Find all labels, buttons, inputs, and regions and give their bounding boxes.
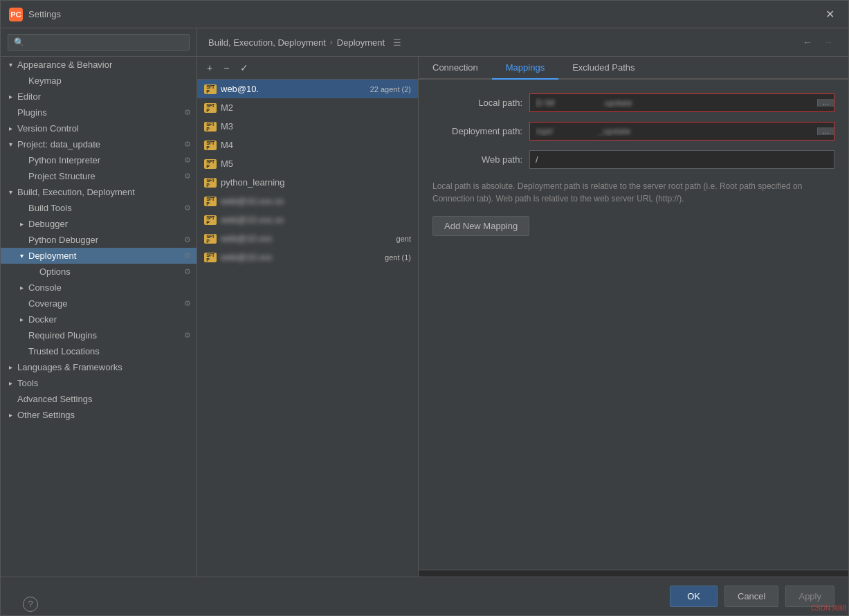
sidebar-item-options[interactable]: Options ⚙ bbox=[1, 264, 197, 280]
add-new-mapping-button[interactable]: Add New Mapping bbox=[432, 216, 529, 236]
sftp-icon: SFTP bbox=[204, 122, 217, 132]
server-item-m5[interactable]: SFTP M5 bbox=[197, 154, 418, 173]
breadcrumb-current: Deployment bbox=[337, 37, 385, 48]
sidebar-item-languages[interactable]: ▸ Languages & Frameworks bbox=[1, 359, 197, 375]
deployment-path-browse-button[interactable]: … bbox=[817, 127, 834, 135]
sftp-icon: SFTP bbox=[204, 84, 217, 94]
tab-connection[interactable]: Connection bbox=[419, 57, 492, 80]
deployment-path-row: Deployment path: … bbox=[432, 122, 834, 141]
deployment-path-label: Deployment path: bbox=[432, 126, 522, 136]
sidebar: ▾ Appearance & Behavior Keymap ▸ Editor bbox=[1, 28, 197, 577]
chevron-right-icon: ▸ bbox=[20, 220, 28, 228]
web-path-input-wrap bbox=[529, 150, 834, 169]
server-item-web10[interactable]: SFTP web@10. 22 agent (2) bbox=[197, 80, 418, 98]
server-item-m3[interactable]: SFTP M3 bbox=[197, 117, 418, 136]
sidebar-item-tools[interactable]: ▸ Tools bbox=[1, 375, 197, 391]
chevron-right-icon: ▸ bbox=[9, 411, 17, 419]
server-item-web1a[interactable]: SFTP web@10.xxx.xx bbox=[197, 192, 418, 210]
server-item-m4[interactable]: SFTP M4 bbox=[197, 136, 418, 154]
breadcrumb: Build, Execution, Deployment › Deploymen… bbox=[197, 28, 848, 57]
sidebar-item-trusted-locations[interactable]: Trusted Locations bbox=[1, 343, 197, 359]
apply-server-button[interactable]: ✓ bbox=[236, 61, 253, 75]
tab-excluded-paths[interactable]: Excluded Paths bbox=[558, 57, 648, 80]
tabs-bar: Connection Mappings Excluded Paths bbox=[419, 57, 848, 80]
split-panel: + − ✓ SFTP web@10. 22 agent (2) bbox=[197, 57, 848, 577]
sidebar-item-other-settings[interactable]: ▸ Other Settings bbox=[1, 407, 197, 423]
local-path-row: Local path: … bbox=[432, 93, 834, 112]
app-icon: PC bbox=[9, 8, 23, 21]
chevron-right-icon: ▸ bbox=[20, 284, 28, 291]
nav-forward-button[interactable]: → bbox=[819, 35, 837, 49]
server-item-web1d[interactable]: SFTP web@10.xxx gent (1) bbox=[197, 248, 418, 266]
menu-icon[interactable]: ☰ bbox=[393, 37, 401, 48]
help-button[interactable]: ? bbox=[23, 597, 38, 612]
gear-icon: ⚙ bbox=[184, 251, 191, 260]
remove-server-button[interactable]: − bbox=[219, 61, 233, 75]
chevron-right-icon: ▸ bbox=[9, 93, 17, 100]
sidebar-item-console[interactable]: ▸ Console bbox=[1, 280, 197, 296]
sidebar-item-deployment[interactable]: ▾ Deployment ⚙ bbox=[1, 248, 197, 264]
sidebar-item-keymap[interactable]: Keymap bbox=[1, 73, 197, 89]
nav-arrows: ← → bbox=[798, 35, 837, 49]
cancel-button[interactable]: Cancel bbox=[724, 586, 778, 607]
sidebar-item-advanced-settings[interactable]: Advanced Settings bbox=[1, 391, 197, 407]
sidebar-item-plugins[interactable]: Plugins ⚙ bbox=[1, 105, 197, 120]
server-name: M4 bbox=[221, 140, 411, 150]
sftp-icon: SFTP bbox=[204, 253, 217, 262]
server-item-web1c[interactable]: SFTP web@10.xxx gent bbox=[197, 229, 418, 248]
ok-button[interactable]: OK bbox=[670, 586, 718, 607]
sidebar-item-build-exec-deploy[interactable]: ▾ Build, Execution, Deployment bbox=[1, 184, 197, 200]
sidebar-item-build-tools[interactable]: Build Tools ⚙ bbox=[1, 200, 197, 216]
server-name: M2 bbox=[221, 102, 411, 113]
gear-icon: ⚙ bbox=[184, 108, 191, 117]
web-path-input[interactable] bbox=[530, 151, 834, 168]
sidebar-item-debugger[interactable]: ▸ Debugger bbox=[1, 216, 197, 232]
local-path-input[interactable] bbox=[530, 94, 817, 111]
watermark: CSDN 阿明 bbox=[811, 604, 846, 613]
title-bar: PC Settings ✕ bbox=[1, 1, 848, 28]
gear-icon: ⚙ bbox=[184, 140, 191, 149]
bottom-bar: ? OK Cancel Apply bbox=[1, 577, 848, 615]
gear-icon: ⚙ bbox=[184, 267, 191, 276]
server-item-m2[interactable]: SFTP M2 bbox=[197, 98, 418, 117]
server-item-python-learning[interactable]: SFTP python_learning bbox=[197, 173, 418, 192]
chevron-right-icon: ▸ bbox=[9, 125, 17, 132]
deployment-path-input[interactable] bbox=[530, 123, 817, 140]
search-input[interactable] bbox=[8, 34, 190, 51]
tab-mappings[interactable]: Mappings bbox=[492, 57, 558, 80]
add-server-button[interactable]: + bbox=[203, 61, 217, 75]
chevron-down-icon: ▾ bbox=[9, 61, 17, 69]
sidebar-item-vcs[interactable]: ▸ Version Control bbox=[1, 120, 197, 136]
server-list-toolbar: + − ✓ bbox=[197, 57, 418, 80]
mappings-content: Local path: … Deployment path: … bbox=[419, 80, 848, 570]
window-title: Settings bbox=[28, 9, 820, 19]
sidebar-item-project-structure[interactable]: Project Structure ⚙ bbox=[1, 168, 197, 184]
settings-window: PC Settings ✕ ▾ Appearance & Behavior bbox=[0, 0, 849, 616]
server-item-web1b[interactable]: SFTP web@10.xxx.xx bbox=[197, 210, 418, 229]
server-name: web@10.xxx.xx bbox=[221, 196, 411, 206]
sidebar-item-editor[interactable]: ▸ Editor bbox=[1, 89, 197, 105]
deployment-path-input-wrap: … bbox=[529, 122, 834, 141]
content-scrollbar[interactable] bbox=[419, 570, 848, 577]
server-name: web@10. bbox=[221, 84, 366, 94]
close-button[interactable]: ✕ bbox=[820, 5, 840, 24]
sidebar-item-coverage[interactable]: Coverage ⚙ bbox=[1, 296, 197, 311]
sidebar-item-docker[interactable]: ▸ Docker bbox=[1, 311, 197, 327]
server-name: M3 bbox=[221, 121, 411, 132]
chevron-right-icon: ▸ bbox=[20, 316, 28, 323]
sidebar-item-required-plugins[interactable]: Required Plugins ⚙ bbox=[1, 327, 197, 343]
sidebar-item-python-debugger[interactable]: Python Debugger ⚙ bbox=[1, 232, 197, 248]
sidebar-item-project[interactable]: ▾ Project: data_update ⚙ bbox=[1, 136, 197, 152]
detail-panel: Connection Mappings Excluded Paths Local… bbox=[419, 57, 848, 577]
local-path-input-wrap: … bbox=[529, 93, 834, 112]
local-path-browse-button[interactable]: … bbox=[817, 99, 834, 107]
nav-back-button[interactable]: ← bbox=[798, 35, 816, 49]
main-content: ▾ Appearance & Behavior Keymap ▸ Editor bbox=[1, 28, 848, 577]
web-path-row: Web path: bbox=[432, 150, 834, 169]
breadcrumb-separator: › bbox=[330, 37, 333, 47]
sidebar-item-python-interpreter[interactable]: Python Interpreter ⚙ bbox=[1, 152, 197, 168]
sidebar-item-appearance[interactable]: ▾ Appearance & Behavior bbox=[1, 57, 197, 73]
sftp-icon: SFTP bbox=[204, 215, 217, 225]
sftp-icon: SFTP bbox=[204, 197, 217, 206]
sftp-icon: SFTP bbox=[204, 234, 217, 244]
